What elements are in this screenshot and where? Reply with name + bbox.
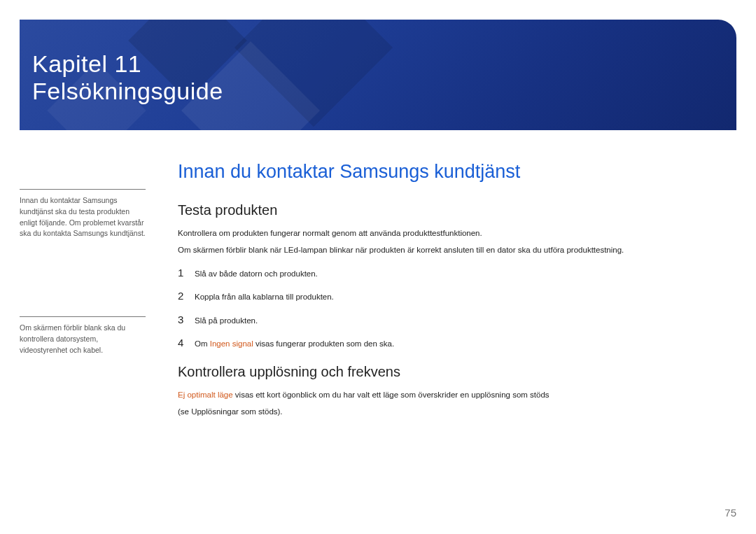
step-prefix: Om [195,339,210,348]
step-text: Slå på produkten. [195,315,258,327]
step-text: Koppla från alla kablarna till produkten… [195,291,334,303]
page-number: 75 [724,507,736,519]
step-number: 4 [178,337,195,349]
chapter-label: Kapitel 11 [32,50,223,78]
document-page: Kapitel 11 Felsökningsguide Innan du kon… [0,0,756,534]
step-number: 3 [178,314,195,325]
step-text: Slå av både datorn och produkten. [195,268,318,280]
paragraph: (se Upplösningar som stöds). [178,405,736,419]
paragraph: Kontrollera om produkten fungerar normal… [178,227,736,241]
main-content: Innan du kontaktar Samsungs kundtjänst T… [178,161,736,421]
banner-text: Kapitel 11 Felsökningsguide [32,50,223,105]
sidebar-note-2: Om skärmen förblir blank ska du kontroll… [20,316,146,356]
paragraph-suffix: visas ett kort ögonblick om du har valt … [233,391,550,399]
step-number: 1 [178,267,195,279]
sidebar-notes: Innan du kontaktar Samsungs kundtjänst s… [20,189,146,433]
step-suffix: visas fungerar produkten som den ska. [253,339,394,348]
step-item: 4 Om Ingen signal visas fungerar produkt… [178,337,736,350]
step-text: Om Ingen signal visas fungerar produkten… [195,338,394,350]
sidebar-note-1: Innan du kontaktar Samsungs kundtjänst s… [20,189,146,239]
step-accent: Ingen signal [210,339,253,348]
paragraph: Ej optimalt läge visas ett kort ögonblic… [178,388,736,402]
steps-list: 1 Slå av både datorn och produkten. 2 Ko… [178,267,736,350]
step-number: 2 [178,290,195,302]
step-item: 1 Slå av både datorn och produkten. [178,267,736,280]
accent-text: Ej optimalt läge [178,391,233,399]
step-item: 3 Slå på produkten. [178,314,736,327]
paragraph: Om skärmen förblir blank när LEd-lampan … [178,244,736,258]
chapter-title: Felsökningsguide [32,78,223,105]
chapter-banner: Kapitel 11 Felsökningsguide [20,20,736,130]
subsection-title-2: Kontrollera upplösning och frekvens [178,364,736,380]
section-heading: Innan du kontaktar Samsungs kundtjänst [178,161,736,183]
subsection-title-1: Testa produkten [178,202,736,218]
step-item: 2 Koppla från alla kablarna till produkt… [178,290,736,303]
